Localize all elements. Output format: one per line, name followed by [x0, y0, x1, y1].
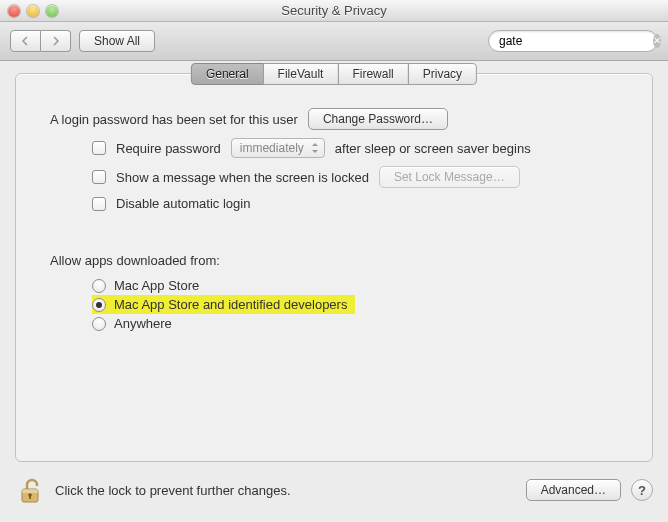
radio-button[interactable]	[92, 279, 106, 293]
set-lock-message-button[interactable]: Set Lock Message…	[379, 166, 520, 188]
prefs-panel: General FileVault Firewall Privacy A log…	[15, 73, 653, 462]
unlock-icon	[15, 475, 45, 505]
tab-privacy[interactable]: Privacy	[408, 63, 477, 85]
lock-button[interactable]	[15, 475, 45, 505]
zoom-window-button[interactable]	[46, 5, 58, 17]
radio-mac-app-store[interactable]: Mac App Store	[92, 276, 618, 295]
tab-filevault[interactable]: FileVault	[263, 63, 339, 85]
tab-firewall[interactable]: Firewall	[337, 63, 408, 85]
radio-button[interactable]	[92, 317, 106, 331]
radio-label: Anywhere	[114, 316, 172, 331]
chevron-left-icon	[21, 36, 30, 46]
toolbar: Show All ✕	[0, 22, 668, 61]
close-window-button[interactable]	[8, 5, 20, 17]
radio-label: Mac App Store and identified developers	[114, 297, 347, 312]
show-all-button[interactable]: Show All	[79, 30, 155, 52]
require-password-label: Require password	[116, 141, 221, 156]
forward-button[interactable]	[41, 30, 71, 52]
radio-label: Mac App Store	[114, 278, 199, 293]
login-password-text: A login password has been set for this u…	[50, 112, 298, 127]
tab-general[interactable]: General	[191, 63, 264, 85]
nav-segmented	[10, 30, 71, 52]
svg-rect-3	[22, 489, 38, 493]
minimize-window-button[interactable]	[27, 5, 39, 17]
radio-button[interactable]	[92, 298, 106, 312]
change-password-button[interactable]: Change Password…	[308, 108, 448, 130]
clear-search-button[interactable]: ✕	[653, 34, 661, 48]
back-button[interactable]	[10, 30, 41, 52]
show-message-label: Show a message when the screen is locked	[116, 170, 369, 185]
svg-rect-5	[29, 495, 31, 499]
disable-auto-login-label: Disable automatic login	[116, 196, 250, 211]
require-password-after-text: after sleep or screen saver begins	[335, 141, 531, 156]
gatekeeper-radio-group: Mac App Store Mac App Store and identifi…	[50, 276, 618, 333]
window-title: Security & Privacy	[0, 3, 668, 18]
radio-anywhere[interactable]: Anywhere	[92, 314, 618, 333]
titlebar: Security & Privacy	[0, 0, 668, 22]
show-message-checkbox[interactable]	[92, 170, 106, 184]
search-input[interactable]	[499, 34, 649, 48]
require-password-checkbox[interactable]	[92, 141, 106, 155]
tabs: General FileVault Firewall Privacy	[191, 63, 477, 85]
chevron-right-icon	[51, 36, 60, 46]
radio-identified-developers[interactable]: Mac App Store and identified developers	[92, 295, 355, 314]
advanced-button[interactable]: Advanced…	[526, 479, 621, 501]
gatekeeper-heading: Allow apps downloaded from:	[50, 253, 220, 268]
search-field[interactable]: ✕	[488, 30, 658, 52]
disable-auto-login-checkbox[interactable]	[92, 197, 106, 211]
lock-hint-text: Click the lock to prevent further change…	[55, 483, 291, 498]
footer: Click the lock to prevent further change…	[15, 470, 653, 510]
require-password-delay-select[interactable]: immediately	[231, 138, 325, 158]
help-button[interactable]: ?	[631, 479, 653, 501]
